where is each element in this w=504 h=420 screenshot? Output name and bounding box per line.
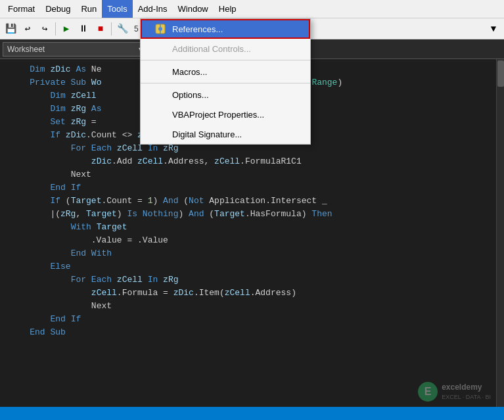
macros-label: Macros... [172,67,207,77]
digital-signature-icon [154,128,167,141]
toggle-button[interactable]: 🔧 [114,21,130,37]
separator-1 [55,22,56,35]
stop-button[interactable]: ■ [93,21,108,37]
additional-controls-label: Additional Controls... [172,44,251,54]
references-label: References... [172,24,223,34]
watermark: E exceldemy EXCEL · DATA · BI [418,382,491,402]
vertical-scrollbar[interactable] [496,59,504,407]
menu-format[interactable]: Format [3,0,40,18]
save-button[interactable]: 💾 [3,21,18,37]
separator-2 [111,22,112,35]
watermark-icon: E [418,382,438,402]
run-button[interactable]: ▶ [58,21,74,37]
object-selector-value: Worksheet [7,45,45,54]
menu-digital-signature[interactable]: Digital Signature... [141,124,310,144]
status-bar [0,407,504,420]
tools-dropdown-menu: References... Additional Controls... Mac… [140,18,311,145]
options-icon [154,88,167,101]
menu-options[interactable]: Options... [141,85,310,105]
object-selector[interactable]: Worksheet ▾ [3,42,147,57]
separator-2 [141,83,310,83]
menu-macros[interactable]: Macros... [141,62,310,82]
macros-icon [154,65,167,78]
vbaproject-icon [154,108,167,121]
vbaproject-label: VBAProject Properties... [172,110,264,120]
menu-tools[interactable]: Tools [102,0,132,18]
scrollbar-thumb[interactable] [497,60,504,87]
options-label: Options... [172,90,209,100]
menu-bar: Format Debug Run Tools Add-Ins Window He… [0,0,504,18]
undo-button[interactable]: ↩ [20,21,35,37]
watermark-text: exceldemy EXCEL · DATA · BI [442,382,491,401]
menu-help[interactable]: Help [214,0,242,18]
digital-signature-label: Digital Signature... [172,129,242,139]
menu-additional-controls: Additional Controls... [141,39,310,58]
additional-controls-icon [154,42,167,55]
scroll-right[interactable]: ▼ [486,21,501,37]
menu-run[interactable]: Run [76,0,102,18]
menu-addins[interactable]: Add-Ins [133,0,173,18]
pause-button[interactable]: ⏸ [76,21,91,37]
redo-button[interactable]: ↪ [37,21,53,37]
references-icon [154,22,167,35]
menu-debug[interactable]: Debug [40,0,76,18]
menu-vbaproject-props[interactable]: VBAProject Properties... [141,105,310,124]
svg-point-1 [158,27,162,31]
separator-1 [141,60,310,60]
menu-window[interactable]: Window [173,0,214,18]
menu-references[interactable]: References... [141,19,310,39]
